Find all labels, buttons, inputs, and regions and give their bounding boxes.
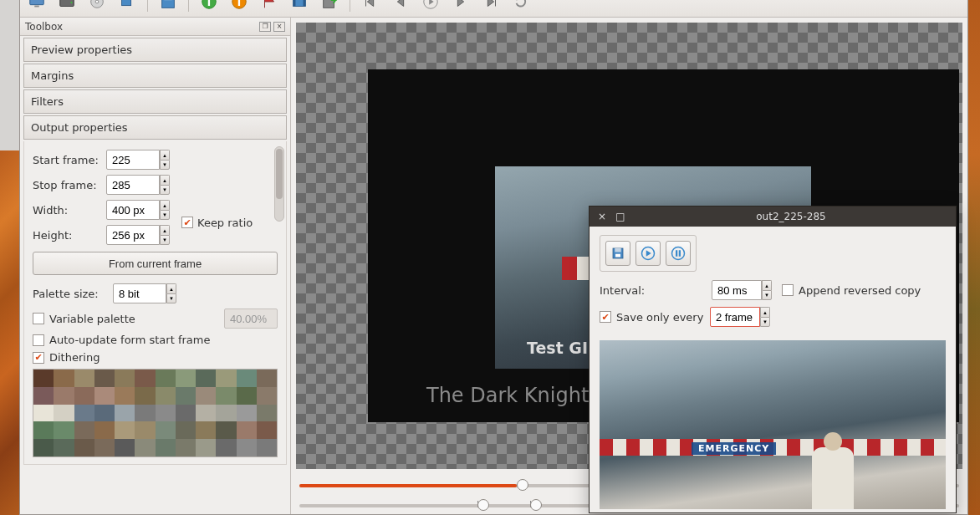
- toolbar-prev-icon[interactable]: [389, 0, 412, 13]
- variable-palette-label: Variable palette: [49, 313, 135, 325]
- svg-rect-23: [676, 250, 677, 257]
- svg-rect-19: [615, 248, 621, 252]
- toolbar-save-icon[interactable]: [156, 0, 180, 13]
- popup-save-button[interactable]: [605, 241, 630, 266]
- svg-rect-6: [122, 0, 131, 5]
- save-every-up[interactable]: ▲: [760, 307, 770, 317]
- height-label: Height:: [33, 229, 106, 242]
- toolbox-close-icon[interactable]: ×: [273, 22, 285, 32]
- palette-size-down[interactable]: ▼: [166, 293, 176, 303]
- toolbar-info-green-icon[interactable]: i: [197, 0, 221, 13]
- palette-preview: [33, 369, 278, 457]
- toolbar-flag-icon[interactable]: [258, 0, 281, 13]
- svg-rect-16: [324, 0, 334, 8]
- toolbar-drive-icon[interactable]: [55, 0, 79, 13]
- popup-play-button[interactable]: [635, 241, 661, 266]
- accordion-preview-properties[interactable]: Preview properties: [23, 38, 287, 62]
- toolbar-monitor-icon[interactable]: [25, 0, 48, 13]
- from-current-frame-button[interactable]: From current frame: [33, 252, 278, 275]
- svg-rect-7: [162, 0, 175, 8]
- toolbar-info-orange-icon[interactable]: i: [227, 0, 251, 13]
- toolbar-play-icon[interactable]: [419, 0, 442, 13]
- popup-titlebar[interactable]: × □ out2_225-285: [590, 207, 956, 227]
- preview-caption-2: The Dark Knight (2: [426, 384, 616, 407]
- palette-size-input[interactable]: [113, 283, 166, 303]
- stop-frame-label: Stop frame:: [33, 179, 106, 191]
- popup-gif-preview: EMERGENCY: [600, 340, 946, 509]
- svg-point-22: [672, 247, 685, 260]
- output-properties-section: Start frame: ▲▼ Stop frame: ▲▼: [23, 141, 287, 465]
- toolbar-loop-icon[interactable]: [509, 0, 533, 13]
- interval-label: Interval:: [600, 284, 712, 297]
- stop-frame-up[interactable]: ▲: [160, 175, 170, 185]
- height-up[interactable]: ▲: [160, 225, 170, 235]
- toolbar-film-icon[interactable]: [288, 0, 311, 13]
- popup-pause-button[interactable]: [666, 241, 691, 266]
- svg-point-3: [71, 2, 73, 3]
- append-reversed-checkbox[interactable]: [782, 284, 794, 296]
- palette-size-up[interactable]: ▲: [166, 283, 176, 293]
- popup-title: out2_225-285: [633, 211, 949, 222]
- dithering-label: Dithering: [49, 351, 100, 364]
- interval-up[interactable]: ▲: [762, 280, 772, 290]
- save-only-every-input[interactable]: [710, 307, 760, 327]
- start-frame-input[interactable]: [106, 150, 160, 170]
- start-frame-down[interactable]: ▼: [160, 160, 170, 170]
- main-toolbar: i i: [20, 0, 967, 18]
- palette-size-label: Palette size:: [33, 288, 106, 300]
- save-only-every-checkbox[interactable]: [600, 311, 611, 323]
- popup-figure-icon: [812, 447, 854, 509]
- interval-down[interactable]: ▼: [762, 290, 772, 300]
- accordion-output-properties[interactable]: Output properties: [23, 115, 287, 140]
- toolbar-export-icon[interactable]: [318, 0, 341, 13]
- svg-rect-15: [304, 0, 306, 6]
- toolbar-add-icon[interactable]: [115, 0, 139, 13]
- accordion-filters[interactable]: Filters: [23, 89, 287, 114]
- variable-palette-checkbox[interactable]: [33, 313, 44, 324]
- auto-update-label: Auto-update form start frame: [49, 334, 210, 346]
- keep-ratio-label: Keep ratio: [197, 217, 253, 229]
- toolbar-prev-end-icon[interactable]: [359, 0, 382, 13]
- dithering-checkbox[interactable]: [33, 352, 44, 364]
- svg-rect-24: [679, 250, 681, 257]
- palette-selection-box[interactable]: [99, 386, 132, 421]
- width-down[interactable]: ▼: [160, 210, 170, 220]
- output-scrollbar[interactable]: [274, 146, 284, 222]
- popup-maximize-icon[interactable]: □: [615, 211, 626, 222]
- svg-text:i: i: [207, 0, 211, 8]
- toolbar-next-icon[interactable]: [449, 0, 472, 13]
- toolbox-header: Toolbox ❐ ×: [20, 18, 290, 36]
- append-reversed-label: Append reversed copy: [799, 284, 921, 297]
- width-input[interactable]: [106, 200, 160, 220]
- output-popup-window: × □ out2_225-285 Interval: ▲▼ Append rev…: [589, 206, 957, 513]
- stop-frame-input[interactable]: [106, 175, 160, 195]
- popup-emergency-text: EMERGENCY: [692, 442, 776, 455]
- toolbox-title: Toolbox: [25, 21, 63, 33]
- accordion-margins[interactable]: Margins: [23, 64, 287, 88]
- svg-rect-2: [60, 0, 74, 6]
- width-label: Width:: [33, 204, 106, 217]
- svg-text:i: i: [237, 0, 241, 8]
- stop-frame-down[interactable]: ▼: [160, 185, 170, 195]
- svg-point-5: [95, 0, 99, 3]
- start-frame-label: Start frame:: [33, 154, 106, 166]
- height-input[interactable]: [106, 225, 160, 245]
- start-frame-up[interactable]: ▲: [160, 150, 170, 160]
- height-down[interactable]: ▼: [160, 235, 170, 245]
- toolbox-restore-icon[interactable]: ❐: [259, 22, 271, 32]
- keep-ratio-checkbox[interactable]: [181, 217, 193, 228]
- width-up[interactable]: ▲: [160, 200, 170, 210]
- toolbar-next-end-icon[interactable]: [479, 0, 503, 13]
- toolbar-disc-icon[interactable]: [85, 0, 109, 13]
- svg-rect-20: [615, 254, 620, 258]
- save-every-down[interactable]: ▼: [760, 317, 770, 327]
- svg-rect-14: [293, 0, 296, 6]
- auto-update-checkbox[interactable]: [33, 334, 44, 346]
- interval-input[interactable]: [712, 280, 762, 300]
- variable-palette-percent: [224, 308, 278, 329]
- toolbox-panel: Toolbox ❐ × Preview properties Margins F…: [20, 18, 291, 514]
- popup-close-icon[interactable]: ×: [596, 211, 608, 222]
- save-only-every-label: Save only every: [616, 311, 710, 324]
- svg-rect-0: [30, 0, 44, 4]
- svg-rect-1: [34, 5, 39, 7]
